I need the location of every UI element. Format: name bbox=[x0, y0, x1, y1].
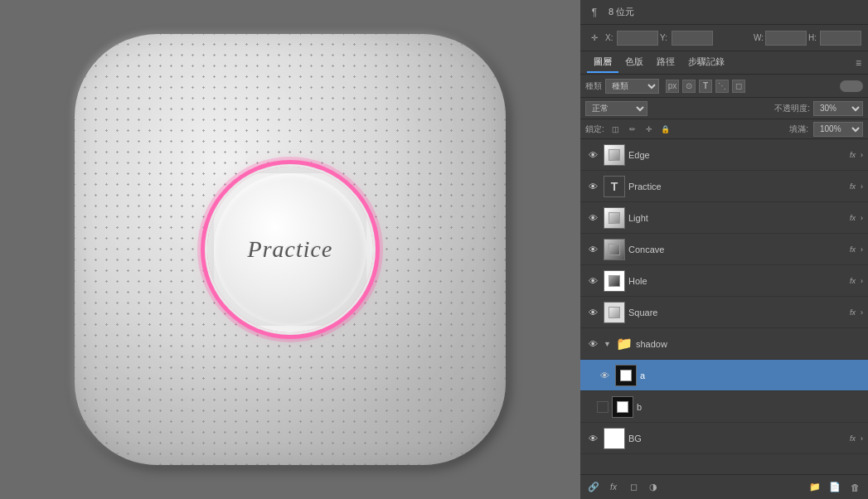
layer-item-layer-b[interactable]: b bbox=[580, 391, 868, 423]
smoke-detector: Practice bbox=[75, 34, 506, 465]
tab-paths[interactable]: 路徑 bbox=[650, 52, 681, 73]
w-input[interactable] bbox=[765, 31, 807, 46]
layer-thumb-practice: T bbox=[604, 176, 625, 197]
device-container: Practice bbox=[58, 17, 522, 482]
layer-name-bg: BG bbox=[628, 434, 846, 443]
fx-badge-light: fx bbox=[850, 214, 856, 222]
filter-shape-btn[interactable]: ⋱ bbox=[715, 80, 729, 93]
fx-badge-practice: fx bbox=[850, 182, 856, 191]
visibility-icon-light[interactable]: 👁 bbox=[585, 211, 600, 225]
lock-label: 鎖定: bbox=[585, 124, 604, 135]
blend-mode-select[interactable]: 正常 bbox=[585, 101, 647, 116]
fx-badge-edge: fx bbox=[850, 151, 856, 159]
layer-name-edge: Edge bbox=[628, 150, 846, 160]
layer-thumb-layer-a bbox=[615, 365, 637, 386]
fx-icon[interactable]: fx bbox=[605, 479, 622, 496]
layer-item-concave[interactable]: 👁Concavefx› bbox=[580, 234, 868, 265]
layer-item-hole[interactable]: 👁Holefx› bbox=[580, 265, 868, 297]
fill-label: 填滿: bbox=[789, 124, 808, 135]
lock-image-btn[interactable]: ✏ bbox=[626, 123, 639, 136]
visibility-icon-practice[interactable]: 👁 bbox=[585, 179, 600, 194]
practice-text: Practice bbox=[248, 236, 333, 263]
layer-item-practice[interactable]: 👁TPracticefx› bbox=[580, 171, 868, 202]
new-layer-icon[interactable]: 📄 bbox=[827, 479, 843, 496]
x-input[interactable] bbox=[617, 31, 658, 46]
canvas-area: Practice bbox=[0, 0, 580, 499]
fx-arrow-light: › bbox=[861, 214, 863, 222]
layer-name-hole: Hole bbox=[628, 276, 846, 286]
h-label: H: bbox=[808, 33, 818, 42]
filter-label: 種類 bbox=[585, 80, 602, 92]
layer-item-layer-a[interactable]: 👁a bbox=[580, 360, 868, 391]
group-arrow-shadow[interactable]: ▼ bbox=[604, 340, 611, 348]
filter-select[interactable]: 種類 bbox=[605, 79, 659, 94]
filter-adjustment-btn[interactable]: ⊙ bbox=[682, 80, 696, 93]
filter-pixel-btn[interactable]: px bbox=[666, 80, 679, 93]
layer-thumb-hole bbox=[604, 270, 625, 292]
layer-item-shadow[interactable]: 👁▼📁shadow bbox=[580, 328, 868, 360]
tab-channels[interactable]: 色版 bbox=[618, 52, 650, 73]
tab-bar: 圖層 色版 路徑 步驟記錄 ≡ bbox=[580, 51, 868, 75]
filter-toolbar: 種類 種類 px ⊙ T ⋱ ◻ bbox=[580, 75, 868, 98]
layer-name-light: Light bbox=[628, 213, 846, 223]
fx-arrow-edge: › bbox=[861, 151, 863, 159]
w-label: W: bbox=[754, 33, 764, 42]
visibility-icon-hole[interactable]: 👁 bbox=[585, 274, 600, 288]
visibility-icon-bg[interactable]: 👁 bbox=[585, 431, 600, 446]
fx-arrow-bg: › bbox=[861, 434, 863, 443]
layer-thumb-bg bbox=[604, 428, 625, 449]
layer-item-square[interactable]: 👁Squarefx› bbox=[580, 297, 868, 328]
center-circle: Practice bbox=[207, 167, 373, 332]
h-input[interactable] bbox=[820, 31, 861, 46]
layer-name-square: Square bbox=[628, 308, 846, 317]
opacity-label: 不透明度: bbox=[774, 103, 810, 114]
layer-name-layer-b: b bbox=[637, 402, 863, 412]
xy-toolbar: ✛ X: Y: W: H: bbox=[580, 25, 868, 51]
layer-name-concave: Concave bbox=[628, 245, 846, 254]
filter-smart-btn[interactable]: ◻ bbox=[732, 80, 745, 93]
layer-name-practice: Practice bbox=[628, 182, 846, 191]
layer-item-bg[interactable]: 👁BGfx› bbox=[580, 423, 868, 454]
x-label: X: bbox=[605, 33, 615, 42]
lock-position-btn[interactable]: ✛ bbox=[643, 123, 656, 136]
move-icon: ✛ bbox=[587, 31, 602, 46]
blend-toolbar: 正常 不透明度: 30% bbox=[580, 98, 868, 119]
fx-arrow-practice: › bbox=[861, 182, 863, 191]
snap-value: 8 位元 bbox=[609, 6, 861, 18]
opacity-select[interactable]: 30% bbox=[813, 101, 863, 116]
link-icon[interactable]: 🔗 bbox=[585, 479, 602, 496]
layers-list: 👁Edgefx›👁TPracticefx›👁Lightfx›👁Concavefx… bbox=[580, 139, 868, 474]
tab-history[interactable]: 步驟記錄 bbox=[681, 52, 731, 73]
right-panel: ¶ 8 位元 ✛ X: Y: W: H: 圖層 色版 路徑 步驟記錄 ≡ 種類 … bbox=[580, 0, 868, 499]
fill-select[interactable]: 100% bbox=[813, 122, 863, 137]
filter-toggle[interactable] bbox=[840, 80, 863, 92]
filter-type-btn[interactable]: T bbox=[699, 80, 712, 93]
new-group-icon[interactable]: 📁 bbox=[807, 479, 823, 496]
visibility-icon-concave[interactable]: 👁 bbox=[585, 242, 600, 257]
snap-toolbar: ¶ 8 位元 bbox=[580, 0, 868, 25]
mask-icon[interactable]: ◻ bbox=[625, 479, 642, 496]
fx-badge-hole: fx bbox=[850, 277, 856, 285]
visibility-icon-layer-a[interactable]: 👁 bbox=[597, 368, 612, 383]
tab-layers[interactable]: 圖層 bbox=[587, 52, 618, 73]
lock-transparent-btn[interactable]: ◫ bbox=[609, 123, 623, 136]
visibility-icon-square[interactable]: 👁 bbox=[585, 305, 600, 320]
paragraph-icon: ¶ bbox=[587, 5, 602, 20]
visibility-icon-edge[interactable]: 👁 bbox=[585, 148, 600, 162]
adjustment-icon[interactable]: ◑ bbox=[645, 479, 662, 496]
lock-all-btn[interactable]: 🔒 bbox=[659, 123, 672, 136]
wh-group: W: H: bbox=[754, 31, 861, 46]
visibility-icon-layer-b[interactable] bbox=[597, 401, 609, 413]
delete-layer-icon[interactable]: 🗑 bbox=[846, 479, 863, 496]
layer-thumb-shadow: 📁 bbox=[616, 336, 633, 351]
layer-thumb-square bbox=[604, 302, 625, 323]
visibility-icon-shadow[interactable]: 👁 bbox=[585, 337, 600, 351]
lock-toolbar: 鎖定: ◫ ✏ ✛ 🔒 填滿: 100% bbox=[580, 119, 868, 139]
bottom-toolbar: 🔗 fx ◻ ◑ 📁 📄 🗑 bbox=[580, 474, 868, 499]
layer-thumb-concave bbox=[604, 239, 625, 260]
y-input[interactable] bbox=[672, 31, 713, 46]
layer-item-edge[interactable]: 👁Edgefx› bbox=[580, 139, 868, 171]
layer-item-light[interactable]: 👁Lightfx› bbox=[580, 202, 868, 234]
panel-menu-icon[interactable]: ≡ bbox=[856, 57, 861, 69]
layer-thumb-edge bbox=[604, 144, 625, 166]
